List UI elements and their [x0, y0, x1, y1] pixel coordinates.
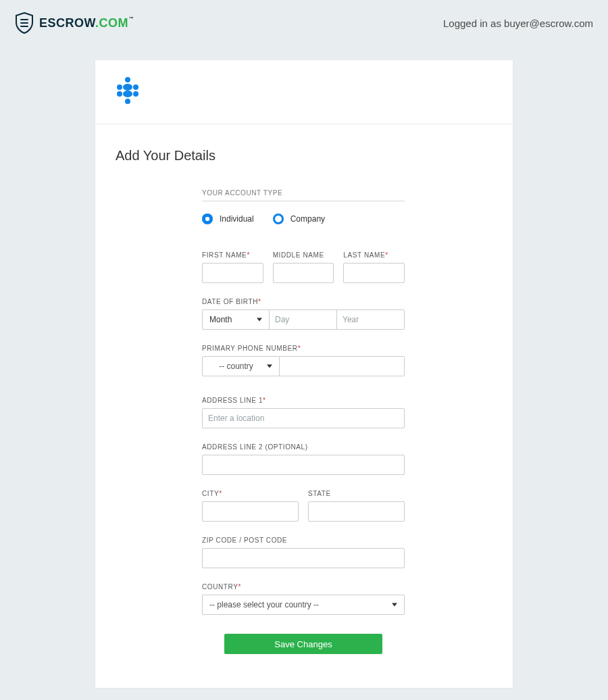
svg-point-3	[123, 84, 132, 91]
caret-down-icon	[392, 603, 397, 607]
svg-point-6	[123, 91, 132, 97]
shield-icon	[15, 12, 34, 34]
svg-point-5	[133, 91, 138, 97]
country-select[interactable]: -- please select your country --	[202, 595, 405, 615]
middle-name-input[interactable]	[273, 263, 334, 283]
radio-dot-selected-icon	[202, 214, 213, 224]
save-button[interactable]: Save Changes	[224, 634, 382, 654]
svg-point-7	[125, 99, 130, 104]
label-country: COUNTRY*	[202, 583, 405, 591]
details-form: YOUR ACCOUNT TYPE Individual Company FIR…	[202, 189, 405, 654]
state-input[interactable]	[308, 501, 405, 522]
radio-company-label: Company	[290, 214, 325, 224]
address2-input[interactable]	[202, 455, 405, 475]
page-header: ESCROW.COM™ Logged in as buyer@escrow.co…	[0, 0, 608, 46]
phone-country-select[interactable]: -- country	[202, 356, 280, 376]
phone-country-value: -- country	[219, 361, 253, 371]
radio-individual-label: Individual	[220, 214, 254, 224]
panel-header	[95, 60, 513, 124]
label-address1: ADDRESS LINE 1*	[202, 397, 405, 404]
brand-logo[interactable]: ESCROW.COM™	[15, 12, 134, 34]
city-input[interactable]	[202, 501, 299, 522]
section-account-type: YOUR ACCOUNT TYPE	[202, 189, 405, 201]
dob-month-value: Month	[209, 315, 232, 324]
label-zip: ZIP CODE / POST CODE	[202, 536, 405, 544]
label-address2: ADDRESS LINE 2 (OPTIONAL)	[202, 443, 405, 451]
label-middle-name: MIDDLE NAME	[273, 251, 334, 259]
last-name-input[interactable]	[343, 263, 405, 283]
radio-individual[interactable]: Individual	[202, 214, 254, 224]
label-last-name: LAST NAME*	[343, 251, 405, 259]
account-type-radios: Individual Company	[202, 214, 405, 224]
dob-month-select[interactable]: Month	[202, 309, 270, 330]
radio-company[interactable]: Company	[273, 214, 325, 224]
label-city: CITY*	[202, 490, 299, 497]
phone-number-input[interactable]	[280, 356, 405, 376]
dob-day-input[interactable]	[270, 309, 337, 330]
login-status: Logged in as buyer@escrow.com	[443, 18, 593, 29]
svg-point-0	[125, 77, 130, 82]
label-state: STATE	[308, 490, 405, 497]
country-select-value: -- please select your country --	[209, 600, 319, 609]
brand-wordmark: ESCROW.COM™	[39, 16, 134, 30]
svg-point-4	[117, 91, 122, 97]
label-first-name: FIRST NAME*	[202, 251, 263, 259]
label-phone: PRIMARY PHONE NUMBER*	[202, 345, 405, 352]
page-title: Add Your Details	[116, 148, 492, 164]
main-panel: Add Your Details YOUR ACCOUNT TYPE Indiv…	[95, 59, 513, 689]
svg-point-2	[133, 84, 138, 90]
caret-down-icon	[257, 318, 262, 322]
first-name-input[interactable]	[202, 263, 263, 283]
partner-icon	[112, 75, 143, 106]
dob-year-input[interactable]	[337, 309, 405, 330]
address1-input[interactable]	[202, 408, 405, 428]
caret-down-icon	[267, 365, 272, 368]
zip-input[interactable]	[202, 548, 405, 568]
label-dob: DATE OF BIRTH*	[202, 298, 405, 305]
svg-point-1	[117, 84, 122, 90]
radio-dot-unselected-icon	[273, 214, 284, 224]
